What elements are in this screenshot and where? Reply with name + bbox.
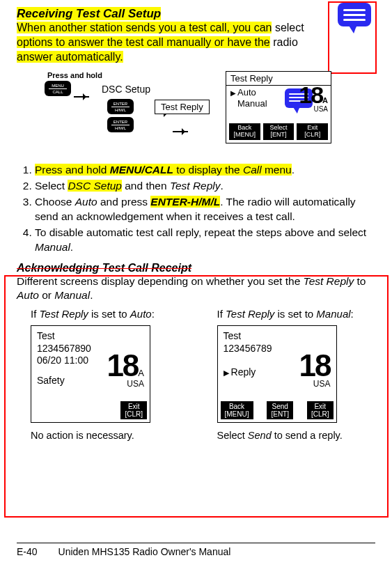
enter-button-icon: ENTER H/M/L — [107, 99, 134, 114]
lcd-back-button[interactable]: Back[MENU] — [221, 401, 253, 419]
channel-indicator: 18A USA — [299, 83, 328, 113]
manual-caption: If Test Reply is set to Manual: — [217, 308, 376, 320]
auto-column: If Test Reply is set to Auto: Test 12345… — [31, 308, 189, 441]
lcd-exit-button[interactable]: Exit[CLR] — [307, 401, 334, 419]
page-number: E-40 — [17, 546, 38, 557]
lcd-safety-label: Safety — [37, 375, 65, 386]
lcd-line: Test — [224, 330, 331, 343]
manual-column: If Test Reply is set to Manual: Test 123… — [217, 308, 376, 441]
lcd-select-button[interactable]: Select[ENT] — [263, 123, 295, 140]
instruction-list: Press and hold MENU/CALL to display the … — [17, 163, 375, 255]
auto-note: No action is necessary. — [31, 430, 189, 441]
manual-note: Select Send to send a reply. — [217, 430, 376, 441]
menu-call-button-icon: MENU CALL — [45, 81, 71, 96]
step-2: Select DSC Setup and then Test Reply. — [35, 179, 375, 194]
subsection-title: Acknowledging Test Call Receipt — [17, 262, 375, 274]
arrow-icon — [173, 131, 188, 132]
lcd-auto: Test 1234567890 06/20 11:00 Safety 18A U… — [31, 325, 150, 423]
lcd-reply-option: ▶ Reply — [224, 366, 256, 378]
section-title: Receiving Test Call Setup — [17, 7, 375, 21]
lcd-exit-button[interactable]: Exit[CLR] — [297, 123, 328, 140]
step-4: To disable automatic test call reply, re… — [35, 226, 375, 255]
lcd-test-reply: Test Reply ▶Auto Manual 18A USA Back[MEN… — [226, 71, 331, 143]
section-intro: When another station sends you a test ca… — [17, 21, 375, 64]
enter-button-icon: ENTER H/M/L — [107, 117, 134, 132]
lcd-exit-button[interactable]: Exit[CLR] — [120, 401, 147, 419]
step-1: Press and hold MENU/CALL to display the … — [35, 163, 375, 178]
test-reply-box: Test Reply — [155, 100, 210, 114]
note-bubble-icon — [338, 3, 371, 26]
lcd-manual: Test 123456789 ▶ Reply 18 USA Back[MENU]… — [217, 325, 337, 423]
page-footer: E-40 Uniden MHS135 Radio Owner's Manual — [17, 543, 375, 557]
channel-indicator: 18A USA — [107, 352, 144, 389]
press-hold-label: Press and hold — [47, 71, 102, 79]
flow-diagram: Press and hold MENU CALL DSC Setup ENTER… — [17, 71, 375, 155]
step-3: Choose Auto and press ENTER-H/M/L. The r… — [35, 195, 375, 224]
lcd-send-button[interactable]: Send[ENT] — [267, 401, 293, 419]
lcd-back-button[interactable]: Back[MENU] — [229, 123, 260, 140]
channel-indicator: 18 USA — [299, 352, 331, 389]
footer-text: Uniden MHS135 Radio Owner's Manual — [58, 546, 231, 557]
subsection-desc: Different screens display depending on w… — [17, 274, 375, 302]
auto-caption: If Test Reply is set to Auto: — [31, 308, 189, 320]
dsc-setup-label: DSC Setup — [102, 84, 150, 95]
arrow-icon — [74, 96, 89, 98]
lcd-line: Test — [37, 330, 144, 343]
